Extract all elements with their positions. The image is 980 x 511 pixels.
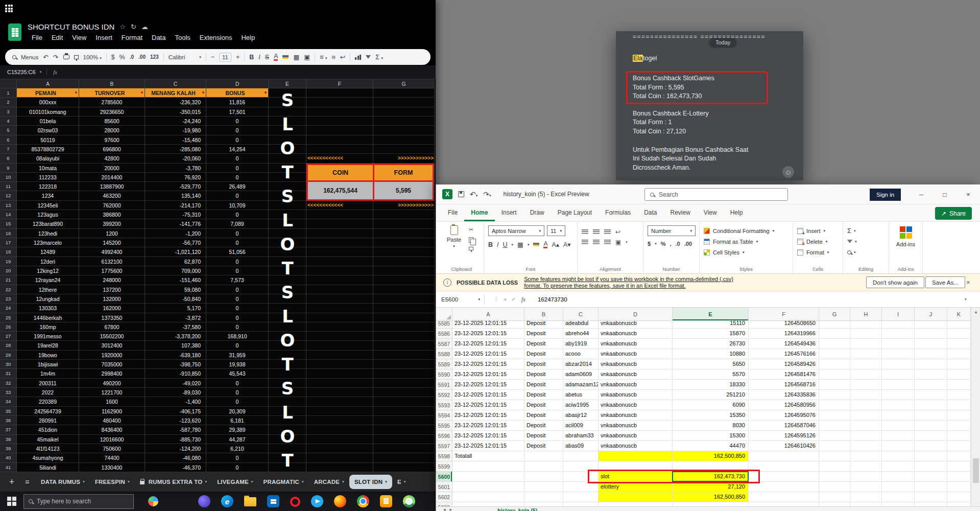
cell[interactable] <box>819 321 850 329</box>
wrap-text-icon[interactable]: ↩ <box>615 228 620 236</box>
header-cell[interactable]: BONUS▼ <box>206 88 269 98</box>
cell[interactable] <box>373 266 435 275</box>
align-center-icon[interactable] <box>593 240 600 245</box>
cell[interactable]: 0 <box>206 453 269 462</box>
autosum-button[interactable]: Σ▾ <box>847 225 885 236</box>
cell[interactable]: 15300 <box>673 431 749 441</box>
cell[interactable]: 4sumahyong <box>17 453 79 462</box>
cell[interactable] <box>306 407 373 416</box>
cell[interactable]: 132000 <box>79 294 145 304</box>
col-header-D[interactable]: D <box>206 80 269 88</box>
cell[interactable]: -49,020 <box>145 379 206 388</box>
cell[interactable]: 200311 <box>17 379 79 388</box>
row-number[interactable]: 38 <box>0 435 17 444</box>
cell[interactable]: acooo <box>563 349 599 359</box>
cell[interactable]: 12deri <box>17 257 79 266</box>
cell[interactable] <box>850 431 882 441</box>
name-box-caret-icon[interactable]: ▾ <box>40 70 42 74</box>
cell[interactable] <box>524 461 563 472</box>
select-all-cell[interactable] <box>436 308 452 321</box>
cell[interactable]: 23-12-2025 12:01:15 <box>452 441 524 451</box>
row-number[interactable]: 2 <box>0 98 17 107</box>
cell[interactable] <box>452 482 524 492</box>
cell[interactable] <box>524 472 563 482</box>
sheet-tab-arcade[interactable]: ARCADE▾ <box>309 475 349 489</box>
cell[interactable] <box>373 126 435 135</box>
header-cell[interactable]: MENANG KALAH▼ <box>145 88 206 98</box>
cell[interactable] <box>882 329 915 339</box>
cell[interactable] <box>947 329 971 339</box>
cell[interactable] <box>524 482 563 492</box>
cell[interactable] <box>452 502 524 506</box>
comma-format-icon[interactable]: , <box>670 241 671 247</box>
cell[interactable]: 10,709 <box>206 201 269 210</box>
cell[interactable]: 0 <box>206 210 269 219</box>
col-header-A[interactable]: A <box>17 80 79 88</box>
ribbon-tab-insert[interactable]: Insert <box>495 204 523 221</box>
cell[interactable]: 1775600 <box>79 266 145 275</box>
cell[interactable] <box>882 359 915 369</box>
cell[interactable]: 010101komang <box>17 107 79 117</box>
align-left-icon[interactable] <box>582 240 588 245</box>
menu-view[interactable]: View <box>68 33 90 42</box>
cell[interactable]: 1221700 <box>79 388 145 397</box>
cell[interactable]: -56,770 <box>145 238 206 247</box>
menus-button[interactable]: Menus <box>21 54 39 60</box>
cell[interactable]: 1264595126 <box>749 431 819 441</box>
cell[interactable]: acil009 <box>563 421 599 431</box>
scrollbar-thumb[interactable] <box>973 458 979 483</box>
cell[interactable] <box>373 219 435 228</box>
cell[interactable] <box>524 492 563 502</box>
cell[interactable]: 123marcelo <box>17 238 79 247</box>
add-ins-button[interactable]: Add-ins <box>893 226 918 247</box>
cell[interactable]: 26730 <box>673 339 749 349</box>
widgets-icon[interactable] <box>148 496 158 506</box>
row-number[interactable]: 18 <box>0 247 17 257</box>
cell[interactable] <box>915 482 947 492</box>
ribbon-tab-formulas[interactable]: Formulas <box>599 204 637 221</box>
cell[interactable]: 5570 <box>673 369 749 380</box>
cell[interactable]: vnkaabonuscb <box>599 390 673 400</box>
cell[interactable]: abraham33 <box>563 431 599 441</box>
cell[interactable] <box>306 388 373 397</box>
cell-styles-button[interactable]: Cell Styles▾ <box>704 247 788 258</box>
cell[interactable]: 12ungkad <box>17 294 79 304</box>
row-number[interactable]: 28 <box>0 341 17 350</box>
font-select[interactable]: Calibri▾ <box>169 54 201 60</box>
firefox-icon[interactable] <box>334 495 346 507</box>
cell[interactable] <box>373 397 435 406</box>
font-size-input[interactable]: 11 <box>219 53 231 62</box>
format-cells-button[interactable]: Format▾ <box>797 247 839 258</box>
row-number[interactable]: 5596 <box>436 431 452 441</box>
ribbon-tab-help[interactable]: Help <box>724 204 750 221</box>
col-header-F[interactable]: F <box>749 308 819 321</box>
cell[interactable] <box>882 431 915 441</box>
cell[interactable]: 1264549436 <box>749 339 819 349</box>
cell[interactable]: -398,750 <box>145 360 206 369</box>
number-format-select[interactable]: Number▾ <box>648 225 696 236</box>
cell[interactable] <box>915 431 947 441</box>
cell[interactable] <box>524 502 563 506</box>
cell[interactable]: abasjr12 <box>563 410 599 421</box>
filter-icon[interactable]: ▼ <box>74 88 78 98</box>
apps-grid-icon[interactable] <box>5 5 13 13</box>
cell[interactable]: 000xxx <box>17 98 79 107</box>
cell[interactable] <box>882 451 915 461</box>
cell[interactable] <box>947 339 971 349</box>
increase-font-size-icon[interactable]: + <box>236 54 240 61</box>
cell[interactable] <box>819 472 850 482</box>
cell[interactable]: vnkaabonuscb <box>599 431 673 441</box>
row-number[interactable]: 5589 <box>436 359 452 369</box>
percent-format-icon[interactable]: % <box>661 241 666 247</box>
cell[interactable]: 162000 <box>79 304 145 313</box>
cell[interactable] <box>882 369 915 380</box>
insert-cells-button[interactable]: Insert▾ <box>797 225 839 236</box>
cell[interactable]: vnkaabonuscb <box>599 421 673 431</box>
share-button[interactable]: ↗ Share <box>935 207 972 220</box>
row-number[interactable]: 20 <box>0 266 17 275</box>
format-painter-icon[interactable] <box>469 247 473 250</box>
row-number[interactable]: 5587 <box>436 339 452 349</box>
cell[interactable] <box>373 247 435 257</box>
cell[interactable] <box>947 410 971 421</box>
cell[interactable] <box>373 369 435 378</box>
